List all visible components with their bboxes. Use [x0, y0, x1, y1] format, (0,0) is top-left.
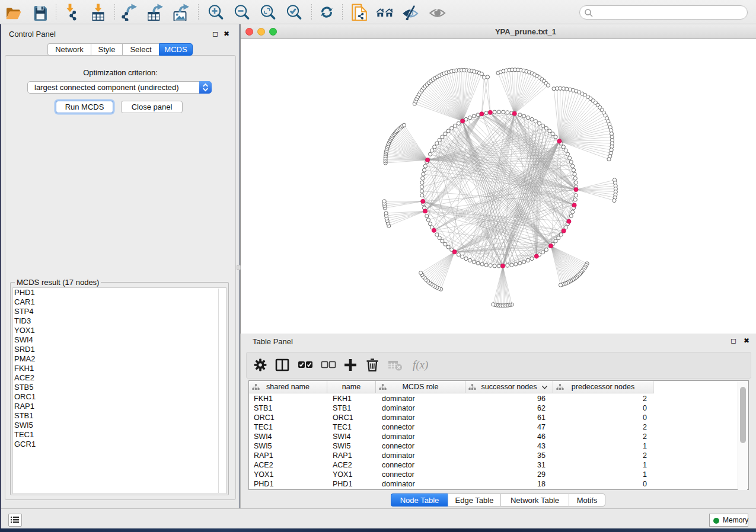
- svg-text:f(x): f(x): [413, 358, 428, 371]
